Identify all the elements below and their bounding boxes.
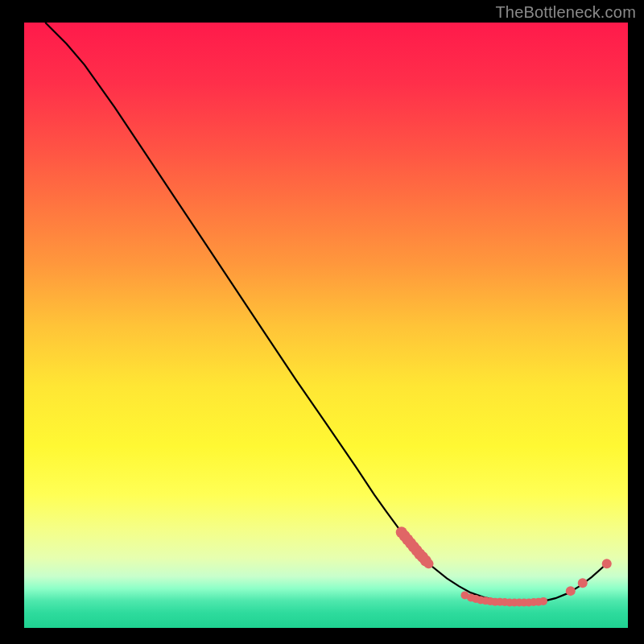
data-marker [602, 559, 612, 568]
watermark-text: TheBottleneck.com [495, 3, 636, 22]
chart-svg [0, 0, 644, 644]
bottleneck-chart: TheBottleneck.com [0, 0, 644, 644]
data-marker [539, 597, 547, 605]
data-marker [424, 559, 434, 568]
data-marker [566, 586, 576, 596]
data-marker [578, 578, 588, 588]
plot-background [24, 23, 628, 628]
